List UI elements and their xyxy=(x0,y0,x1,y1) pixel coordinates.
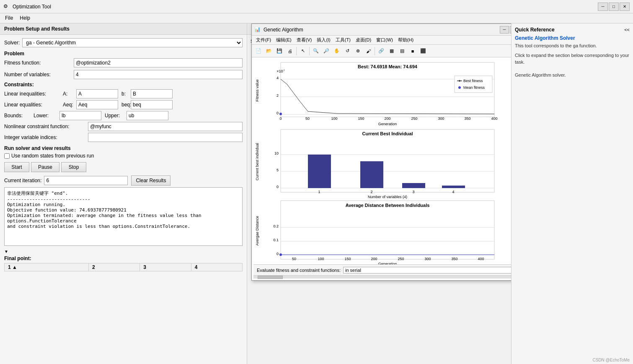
linear-ineq-row: Linear inequalities: A: b: xyxy=(4,89,243,98)
checkbox-label: Use random states from previous run xyxy=(11,153,94,159)
toolbar-datacursor[interactable]: ⊕ xyxy=(353,46,363,56)
b-input[interactable] xyxy=(131,89,173,98)
collapse-button[interactable]: << xyxy=(624,27,630,33)
minimize-button[interactable]: ─ xyxy=(598,3,608,11)
toolbar-layout1[interactable]: ▦ xyxy=(387,46,397,56)
toolbar-cursor[interactable]: ↖ xyxy=(298,46,308,56)
aeq-label: Aeq: xyxy=(63,102,75,108)
qr-desc2: Click to expand the section below corres… xyxy=(515,52,630,65)
output-area: 非法使用保留关键字 "end". -----------------------… xyxy=(4,187,243,246)
chart3-x100: 100 xyxy=(318,257,324,261)
chart2-x4: 4 xyxy=(452,190,454,194)
constraints-title: Constraints: xyxy=(4,82,243,88)
ga-menu-tools[interactable]: 工具(T) xyxy=(333,36,353,44)
chart1-x250: 250 xyxy=(411,116,417,121)
legend-mean-dot xyxy=(458,86,461,89)
toolbar-pan[interactable]: ✋ xyxy=(332,46,342,56)
menu-help[interactable]: Help xyxy=(16,14,34,22)
ga-window-icon: 📊 xyxy=(254,26,261,33)
nonlinear-label: Nonlinear constraint function: xyxy=(4,124,88,129)
menu-bar: File Help xyxy=(0,13,633,23)
a-input[interactable] xyxy=(76,89,118,98)
stop-button[interactable]: Stop xyxy=(61,162,86,172)
upper-label: Upper: xyxy=(105,113,126,119)
chart3-x350: 350 xyxy=(451,257,457,261)
ga-menu-edit[interactable]: 编辑(E) xyxy=(274,36,294,44)
clear-results-button[interactable]: Clear Results xyxy=(131,176,171,186)
toolbar-open[interactable]: 📂 xyxy=(264,46,274,56)
chart3-title: Average Distance Between Individuals xyxy=(346,203,430,208)
ga-minimize-button[interactable]: ─ xyxy=(500,26,509,34)
solver-row: Solver: ga - Genetic Algorithm xyxy=(4,38,243,47)
maximize-button[interactable]: □ xyxy=(609,3,619,11)
ga-menu-window[interactable]: 窗口(W) xyxy=(374,36,395,44)
legend-box xyxy=(455,76,492,93)
horizontal-scrollbar[interactable] xyxy=(253,275,512,279)
integer-label: Integer variable indices: xyxy=(4,134,88,140)
solver-label: Solver: xyxy=(4,40,20,46)
toolbar-rotate[interactable]: ↺ xyxy=(342,46,352,56)
main-container: Problem Setup and Results Solver: ga - G… xyxy=(0,23,633,364)
random-states-checkbox[interactable] xyxy=(4,153,10,159)
lower-input[interactable] xyxy=(59,111,101,120)
iteration-input[interactable] xyxy=(44,176,128,185)
chart2-y5: 5 xyxy=(276,168,279,172)
integer-input[interactable] xyxy=(88,133,243,142)
start-button[interactable]: Start xyxy=(4,162,29,172)
toolbar-save[interactable]: 💾 xyxy=(274,46,284,56)
ga-menu-file[interactable]: 文件(F) xyxy=(253,36,274,44)
run-section: Run solver and view results Use random s… xyxy=(4,145,243,271)
bounds-label: Bounds: xyxy=(4,113,34,119)
menu-file[interactable]: File xyxy=(2,14,16,22)
ga-bottom-bar: Evaluate fitness and constraint function… xyxy=(253,264,512,275)
toolbar-new[interactable]: 📄 xyxy=(253,46,264,56)
toolbar-print[interactable]: 🖨 xyxy=(285,46,295,56)
fitness-label: Fitness function: xyxy=(4,60,71,66)
chart1-y-scale: ×10⁷ xyxy=(276,69,284,73)
toolbar-link[interactable]: 🔗 xyxy=(376,46,386,56)
scrollbar-thumb[interactable] xyxy=(258,276,283,279)
chart2-y0: 0 xyxy=(276,185,279,189)
ga-menu-insert[interactable]: 插入(I) xyxy=(314,36,333,44)
chart3-x150: 150 xyxy=(344,257,351,261)
ga-charts-svg: Best: 74.6918 Mean: 74.694 Fitness value… xyxy=(253,59,512,264)
chart3-x400: 400 xyxy=(478,257,484,261)
bottom-value-input[interactable] xyxy=(343,267,512,274)
ga-menu-desktop[interactable]: 桌面(D) xyxy=(353,36,374,44)
toolbar-stop2[interactable]: ⬛ xyxy=(418,46,428,56)
chart1-y0: 0 xyxy=(276,111,279,115)
qr-header: Quick Reference << xyxy=(515,27,630,33)
nonlinear-input[interactable] xyxy=(88,122,243,131)
chart3-y01: 0.1 xyxy=(273,238,279,242)
chart2-y-label: Current best individual xyxy=(255,143,259,181)
solver-select[interactable]: ga - Genetic Algorithm xyxy=(22,38,243,47)
toolbar-zoom-in[interactable]: 🔍 xyxy=(311,46,321,56)
bar-2 xyxy=(360,161,383,188)
beq-input[interactable] xyxy=(131,100,173,109)
ga-maximize-button[interactable]: □ xyxy=(510,26,512,34)
ga-menu-help[interactable]: 帮助(H) xyxy=(395,36,416,44)
chart3-x50: 50 xyxy=(292,257,296,261)
iteration-label: Current iteration: xyxy=(4,178,41,183)
chart1-y-label: Fitness value xyxy=(255,79,259,101)
checkbox-row: Use random states from previous run xyxy=(4,153,243,159)
qr-solver-title: Genetic Algorithm Solver xyxy=(515,35,630,41)
iteration-row: Current iteration: Clear Results xyxy=(4,176,243,186)
upper-input[interactable] xyxy=(127,111,168,120)
toolbar-stop1[interactable]: ■ xyxy=(408,46,418,56)
toolbar-layout2[interactable]: ▤ xyxy=(397,46,407,56)
ga-menu-view[interactable]: 查看(V) xyxy=(294,36,315,44)
left-panel: Problem Setup and Results Solver: ga - G… xyxy=(0,23,247,364)
col-2: 2 xyxy=(88,263,140,271)
toolbar-zoom-out[interactable]: 🔎 xyxy=(321,46,331,56)
aeq-input[interactable] xyxy=(76,100,118,109)
pause-button[interactable]: Pause xyxy=(31,162,59,172)
fitness-input[interactable] xyxy=(74,58,243,67)
toolbar-brush[interactable]: 🖌 xyxy=(363,46,373,56)
vars-label: Number of variables: xyxy=(4,72,71,77)
toolbar-sep2 xyxy=(309,47,310,55)
chart3-y02: 0.2 xyxy=(273,224,279,228)
vars-input[interactable] xyxy=(74,70,243,79)
close-button[interactable]: ✕ xyxy=(620,3,630,11)
ga-window: 📊 Genetic Algorithm ─ □ ✕ 文件(F) 编辑(E) 查看… xyxy=(251,23,512,281)
